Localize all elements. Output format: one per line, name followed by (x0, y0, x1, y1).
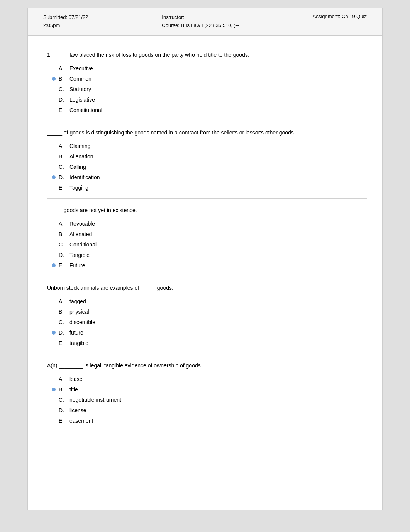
question-3-options: A.RevocableB.AlienatedC.ConditionalD.Tan… (47, 220, 367, 270)
option-text: Executive (69, 65, 367, 73)
option-letter: D. (59, 251, 69, 259)
question-2-option-E: E.Tagging (59, 184, 367, 192)
correct-answer-dot (52, 77, 56, 81)
question-3-option-B: B.Alienated (59, 230, 367, 238)
header: Submitted: 07/21/22 2:05pm Instructor: C… (28, 8, 382, 36)
option-letter: B. (59, 230, 69, 238)
question-2-options: A.ClaimingB.AlienationC.CallingD.Identif… (47, 142, 367, 192)
course-label: Course: (162, 22, 180, 28)
option-letter: B. (59, 75, 69, 83)
question-4-text: Unborn stock animals are examples of ___… (47, 284, 367, 292)
option-letter: B. (59, 153, 69, 161)
option-letter: A. (59, 65, 69, 73)
question-5-option-D: D.license (59, 406, 367, 415)
option-text: Tangible (69, 251, 367, 259)
submitted-date: 07/21/22 (69, 14, 88, 20)
option-letter: A. (59, 220, 69, 228)
option-letter: C. (59, 163, 69, 171)
assignment-value: Ch 19 Quiz (342, 14, 367, 19)
option-text: license (69, 406, 367, 415)
option-letter: E. (59, 106, 69, 114)
option-letter: E. (59, 262, 69, 270)
instructor-label: Instructor: (162, 14, 184, 20)
option-text: Alienation (69, 153, 367, 161)
option-letter: A. (59, 375, 69, 383)
content: 1. _____ law placed the risk of loss to … (28, 36, 382, 447)
option-letter: A. (59, 297, 69, 306)
question-2-option-D: D.Identification (59, 173, 367, 182)
question-number: 1. (47, 52, 53, 58)
question-1-text: 1. _____ law placed the risk of loss to … (47, 51, 367, 59)
option-text: Alienated (69, 230, 367, 238)
option-text: Future (69, 262, 367, 270)
question-4-option-E: E.tangible (59, 339, 367, 347)
question-1-option-A: A.Executive (59, 65, 367, 73)
option-letter: D. (59, 96, 69, 104)
question-2: _____ of goods is distinguishing the goo… (47, 121, 367, 199)
question-1-option-B: B.Common (59, 75, 367, 83)
option-letter: D. (59, 173, 69, 182)
question-3-text: _____ goods are not yet in existence. (47, 206, 367, 214)
question-4: Unborn stock animals are examples of ___… (47, 276, 367, 354)
page: Submitted: 07/21/22 2:05pm Instructor: C… (27, 8, 383, 510)
option-text: Identification (69, 173, 367, 182)
assignment-label: Assignment: (313, 14, 341, 19)
question-2-option-B: B.Alienation (59, 153, 367, 161)
option-letter: C. (59, 318, 69, 326)
option-letter: C. (59, 85, 69, 93)
option-letter: C. (59, 396, 69, 404)
question-3-option-E: E.Future (59, 262, 367, 270)
course-value: Bus Law I (22 835 510, )-- (181, 22, 239, 28)
option-letter: D. (59, 329, 69, 337)
question-4-option-C: C.discernible (59, 318, 367, 326)
option-letter: E. (59, 184, 69, 192)
question-5-option-A: A.lease (59, 375, 367, 383)
question-3-option-C: C.Conditional (59, 241, 367, 249)
option-letter: A. (59, 142, 69, 150)
option-text: Revocable (69, 220, 367, 228)
question-1-option-C: C.Statutory (59, 85, 367, 93)
correct-answer-dot (52, 175, 56, 179)
option-letter: B. (59, 386, 69, 394)
submitted-label: Submitted: (43, 14, 67, 20)
option-text: Calling (69, 163, 367, 171)
header-submitted: Submitted: 07/21/22 2:05pm (43, 14, 88, 30)
option-letter: D. (59, 406, 69, 415)
option-text: easement (69, 417, 367, 425)
option-letter: E. (59, 339, 69, 347)
option-text: Conditional (69, 241, 367, 249)
option-text: physical (69, 308, 367, 316)
option-text: discernible (69, 318, 367, 326)
option-letter: B. (59, 308, 69, 316)
question-1-option-E: E.Constitutional (59, 106, 367, 114)
question-2-option-A: A.Claiming (59, 142, 367, 150)
option-text: Common (69, 75, 367, 83)
option-letter: C. (59, 241, 69, 249)
question-2-text: _____ of goods is distinguishing the goo… (47, 129, 367, 137)
question-5-options: A.leaseB.titleC.negotiable instrumentD.l… (47, 375, 367, 425)
question-5-option-C: C.negotiable instrument (59, 396, 367, 404)
question-1-options: A.ExecutiveB.CommonC.StatutoryD.Legislat… (47, 65, 367, 114)
header-assignment: Assignment: Ch 19 Quiz (313, 14, 367, 19)
option-text: title (69, 386, 367, 394)
option-text: Claiming (69, 142, 367, 150)
question-1-option-D: D.Legislative (59, 96, 367, 104)
correct-answer-dot (52, 263, 56, 267)
option-text: negotiable instrument (69, 396, 367, 404)
question-4-option-D: D.future (59, 329, 367, 337)
option-text: Tagging (69, 184, 367, 192)
option-text: Constitutional (69, 106, 367, 114)
option-letter: E. (59, 417, 69, 425)
question-5: A(n) ________ is legal, tangible evidenc… (47, 354, 367, 431)
submitted-time: 2:05pm (43, 22, 60, 28)
option-text: tangible (69, 339, 367, 347)
question-5-text: A(n) ________ is legal, tangible evidenc… (47, 362, 367, 370)
correct-answer-dot (52, 331, 56, 335)
question-4-options: A.taggedB.physicalC.discernibleD.futureE… (47, 297, 367, 347)
question-5-option-E: E.easement (59, 417, 367, 425)
option-text: Statutory (69, 85, 367, 93)
question-5-option-B: B.title (59, 386, 367, 394)
question-4-option-B: B.physical (59, 308, 367, 316)
question-1: 1. _____ law placed the risk of loss to … (47, 43, 367, 121)
question-3: _____ goods are not yet in existence.A.R… (47, 199, 367, 276)
